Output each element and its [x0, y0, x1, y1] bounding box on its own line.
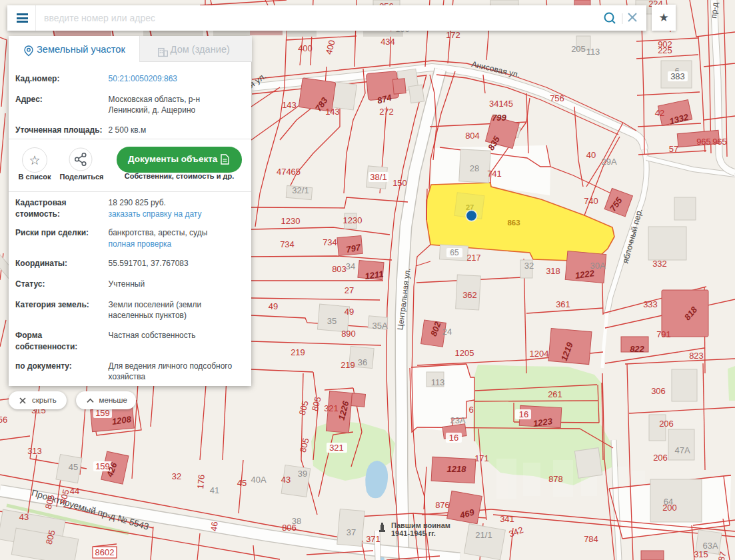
svg-text:863: 863 [507, 219, 520, 227]
svg-text:143: 143 [282, 100, 297, 110]
svg-text:791: 791 [656, 329, 671, 339]
svg-text:38: 38 [292, 516, 301, 526]
svg-text:965: 965 [712, 137, 727, 147]
svg-text:39: 39 [298, 469, 307, 479]
svg-text:217: 217 [467, 253, 481, 263]
svg-text:434: 434 [380, 37, 395, 47]
svg-text:332: 332 [652, 259, 667, 269]
svg-text:32/1: 32/1 [292, 185, 309, 195]
svg-text:1941-1945 гг.: 1941-1945 гг. [391, 529, 436, 537]
svg-text:113: 113 [586, 47, 600, 57]
svg-text:35А: 35А [372, 321, 387, 331]
svg-text:57: 57 [669, 144, 678, 154]
svg-text:206: 206 [653, 453, 668, 463]
svg-text:65: 65 [450, 248, 459, 257]
svg-text:205: 205 [571, 44, 586, 54]
svg-text:784: 784 [584, 534, 598, 544]
svg-text:34: 34 [346, 261, 355, 271]
svg-text:8602: 8602 [95, 547, 115, 557]
svg-text:1218: 1218 [447, 464, 467, 474]
svg-text:43: 43 [19, 512, 29, 522]
svg-text:56: 56 [0, 415, 7, 425]
svg-text:40: 40 [586, 150, 596, 160]
svg-text:171: 171 [474, 453, 489, 463]
svg-text:28: 28 [470, 163, 479, 173]
svg-text:371: 371 [366, 534, 380, 544]
svg-text:740: 740 [584, 196, 598, 206]
svg-text:313: 313 [27, 446, 42, 456]
svg-text:44: 44 [70, 486, 79, 496]
svg-text:23А: 23А [450, 415, 465, 425]
svg-text:37: 37 [347, 527, 356, 537]
svg-text:42: 42 [655, 108, 664, 118]
svg-text:823: 823 [689, 351, 704, 361]
svg-text:822: 822 [630, 344, 644, 354]
svg-text:361: 361 [556, 299, 570, 309]
svg-text:225: 225 [658, 45, 672, 55]
svg-text:318: 318 [546, 266, 560, 276]
svg-text:47А: 47А [674, 445, 690, 455]
svg-text:315: 315 [694, 549, 708, 559]
svg-text:1230: 1230 [281, 216, 301, 226]
svg-text:741: 741 [487, 169, 502, 179]
svg-text:734: 734 [280, 239, 295, 249]
svg-text:804: 804 [465, 131, 480, 141]
svg-text:6: 6 [468, 405, 473, 415]
svg-text:734: 734 [323, 237, 337, 247]
svg-text:362: 362 [462, 290, 477, 300]
svg-text:41: 41 [210, 485, 219, 495]
svg-text:1204: 1204 [530, 349, 549, 359]
svg-text:35: 35 [327, 316, 337, 326]
svg-text:45: 45 [237, 478, 247, 488]
svg-text:32: 32 [524, 261, 534, 271]
svg-text:пр-д: пр-д [709, 2, 720, 19]
svg-text:1230: 1230 [343, 215, 363, 225]
svg-text:32: 32 [172, 471, 181, 481]
svg-text:159: 159 [95, 408, 110, 418]
svg-text:876: 876 [435, 500, 450, 510]
svg-text:29А: 29А [601, 157, 616, 167]
svg-text:45: 45 [69, 462, 78, 472]
svg-text:34145: 34145 [489, 99, 513, 109]
svg-text:16: 16 [449, 433, 458, 443]
svg-text:176: 176 [195, 474, 207, 489]
svg-text:321: 321 [324, 403, 339, 413]
svg-text:21/1: 21/1 [475, 530, 492, 540]
svg-text:756: 756 [550, 93, 564, 103]
svg-text:40А: 40А [251, 475, 266, 485]
svg-text:64: 64 [664, 497, 673, 507]
svg-text:63А: 63А [702, 541, 718, 551]
svg-text:36: 36 [358, 357, 367, 367]
svg-text:49: 49 [345, 307, 354, 317]
svg-text:206: 206 [659, 419, 674, 429]
svg-text:321: 321 [329, 443, 344, 453]
svg-text:261: 261 [548, 389, 562, 399]
svg-text:16: 16 [519, 409, 528, 419]
svg-text:47465: 47465 [277, 167, 301, 177]
svg-text:890: 890 [341, 329, 356, 339]
svg-text:219: 219 [341, 360, 355, 370]
svg-text:803: 803 [332, 264, 347, 274]
svg-text:46: 46 [209, 521, 219, 532]
svg-text:878: 878 [548, 474, 563, 484]
svg-text:400: 400 [298, 43, 313, 53]
svg-text:341: 341 [500, 514, 514, 524]
svg-text:143: 143 [325, 107, 340, 117]
svg-text:306: 306 [651, 386, 666, 396]
svg-text:1205: 1205 [455, 348, 474, 358]
svg-text:38/1: 38/1 [370, 172, 386, 182]
svg-text:965: 965 [696, 137, 711, 147]
svg-text:Павшим воинам: Павшим воинам [391, 521, 450, 529]
svg-text:43: 43 [281, 475, 291, 485]
svg-text:272: 272 [379, 107, 394, 117]
svg-text:150: 150 [392, 178, 407, 188]
svg-text:219: 219 [291, 347, 305, 357]
svg-text:333: 333 [643, 299, 658, 309]
svg-text:24: 24 [442, 327, 452, 337]
svg-text:49: 49 [269, 301, 278, 311]
svg-text:113: 113 [431, 377, 445, 387]
svg-text:383: 383 [670, 71, 685, 81]
svg-text:799: 799 [492, 113, 506, 123]
svg-text:172: 172 [446, 30, 460, 40]
svg-text:27: 27 [345, 285, 354, 295]
